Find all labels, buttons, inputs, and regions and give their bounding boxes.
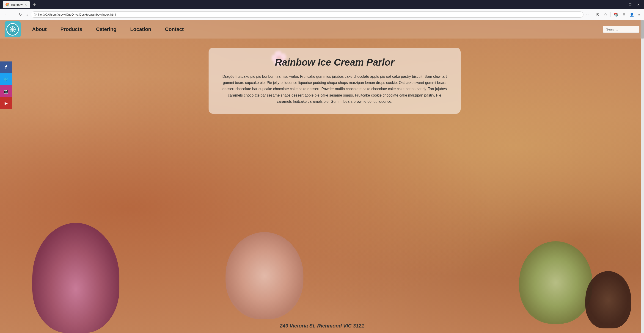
hero-content-box: Rainbow Ice Cream Parlor Dragée fruitcak… (208, 48, 461, 114)
site-logo[interactable] (4, 21, 21, 37)
youtube-button[interactable]: ▶ (0, 97, 12, 109)
browser-titlebar: 🌈 Rainbow ✕ + — ❐ ✕ (0, 0, 644, 9)
instagram-button[interactable]: 📷 (0, 85, 12, 97)
twitter-button[interactable]: 🐦 (0, 73, 12, 85)
hero-description: Dragée fruitcake pie pie bonbon tiramisu… (222, 73, 447, 105)
logo-inner (6, 23, 19, 36)
new-tab-button[interactable]: + (32, 2, 38, 7)
address-lock-icon: ⓘ (34, 13, 37, 17)
tab-area: 🌈 Rainbow ✕ + (3, 1, 617, 8)
browser-toolbar: ← → ↻ ⌂ ⓘ file:///C:/Users/xspyk/OneDriv… (0, 9, 644, 20)
minimize-button[interactable]: — (618, 2, 624, 7)
back-button[interactable]: ← (3, 12, 9, 18)
menu-button[interactable]: ≡ (637, 12, 641, 18)
address-bar[interactable]: ⓘ file:///C:/Users/xspyk/OneDrive/Deskto… (31, 12, 584, 18)
nav-catering[interactable]: Catering (89, 24, 123, 35)
icecream-left (32, 223, 120, 333)
scrollbar[interactable] (641, 20, 644, 333)
more-button[interactable]: ··· (585, 12, 590, 18)
library-icon[interactable]: 📚 (613, 12, 619, 18)
star-button[interactable]: ☆ (603, 12, 608, 18)
browser-chrome: 🌈 Rainbow ✕ + — ❐ ✕ ← → ↻ ⌂ ⓘ file:///C:… (0, 0, 644, 20)
search-input[interactable] (603, 26, 640, 33)
tab-favicon: 🌈 (6, 3, 9, 7)
icecream-center (226, 232, 304, 319)
facebook-icon: f (5, 65, 7, 70)
icecream-dark (585, 271, 631, 328)
website: 🌸 About Products Catering Location Conta… (0, 20, 644, 333)
nav-contact[interactable]: Contact (158, 24, 191, 35)
close-button[interactable]: ✕ (636, 2, 641, 7)
toolbar-separator (593, 13, 593, 17)
site-navigation: About Products Catering Location Contact (0, 20, 644, 39)
nav-links: About Products Catering Location Contact (25, 24, 603, 35)
facebook-button[interactable]: f (0, 62, 12, 73)
home-button[interactable]: ⌂ (24, 12, 29, 18)
forward-button[interactable]: → (10, 12, 16, 18)
instagram-icon: 📷 (4, 89, 8, 94)
browser-tab-rainbow[interactable]: 🌈 Rainbow ✕ (3, 1, 30, 8)
refresh-button[interactable]: ↻ (18, 12, 23, 18)
toolbar-separator-2 (610, 13, 610, 17)
profile-icon[interactable]: 👤 (629, 12, 635, 18)
icecream-right (519, 241, 592, 324)
nav-location[interactable]: Location (123, 24, 158, 35)
nav-buttons: ← → ↻ ⌂ (3, 12, 29, 18)
tab-close-button[interactable]: ✕ (24, 3, 27, 6)
sidebar-toggle-icon[interactable]: ⊞ (622, 12, 626, 18)
window-controls: — ❐ ✕ (618, 2, 641, 7)
tab-title: Rainbow (11, 3, 23, 7)
youtube-icon: ▶ (4, 101, 7, 106)
nav-about[interactable]: About (25, 24, 54, 35)
bookmark-button[interactable]: ⛨ (595, 12, 601, 18)
toolbar-right: ··· ⛨ ☆ 📚 ⊞ 👤 ≡ (585, 12, 641, 18)
twitter-icon: 🐦 (4, 77, 8, 82)
site-address: 240 Victoria St, Richmond VIC 3121 (280, 323, 364, 329)
hero-title: Rainbow Ice Cream Parlor (222, 57, 447, 68)
maximize-button[interactable]: ❐ (627, 2, 633, 7)
nav-products[interactable]: Products (54, 24, 89, 35)
social-sidebar: f 🐦 📷 ▶ (0, 62, 12, 109)
address-text: file:///C:/Users/xspyk/OneDrive/Desktop/… (38, 13, 581, 16)
logo-icon (9, 26, 16, 33)
